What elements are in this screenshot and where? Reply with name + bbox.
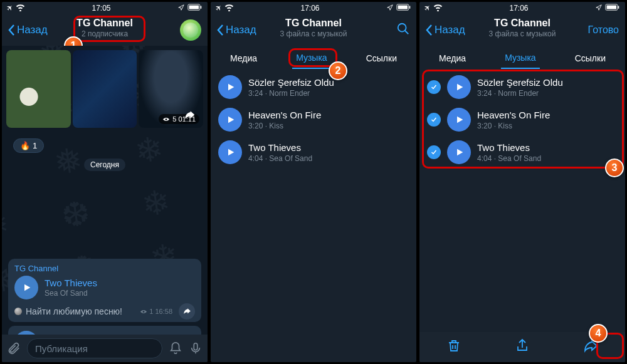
play-button[interactable]: [447, 140, 471, 164]
notification-toggle[interactable]: [169, 341, 182, 355]
tab-music[interactable]: Музыка: [292, 53, 331, 69]
message-channel: TG Channel: [14, 264, 195, 273]
message[interactable]: TG Channel Two ThievesSea Of Sand Найти …: [8, 259, 201, 322]
back-button[interactable]: Назад: [217, 24, 256, 36]
media-gallery[interactable]: 5 01:11: [4, 48, 205, 130]
battery-icon: [396, 4, 411, 13]
music-row[interactable]: Two Thieves4:04 · Sea Of Sand: [419, 136, 625, 169]
track-meta: 3:20 · Kiss: [248, 122, 321, 130]
svg-rect-3: [194, 343, 198, 350]
location-icon: [177, 4, 185, 13]
svg-rect-9: [607, 5, 616, 9]
media-thumb[interactable]: [73, 50, 137, 128]
airplane-icon: ✈: [214, 3, 224, 14]
play-button[interactable]: [14, 276, 38, 299]
location-icon: [386, 4, 394, 13]
message[interactable]: Heaven's On FireKiss Найти любимую песню…: [8, 326, 201, 335]
music-list: Sözler Şerefsiz Oldu3:24 · Norm Ender He…: [211, 71, 416, 169]
track-title: Heaven's On Fire: [248, 110, 321, 120]
callout-badge-4: 4: [589, 324, 608, 343]
delete-button[interactable]: [446, 338, 461, 356]
screen-channel-chat: ✈ 17:05 Назад TG Channel 2 подписчика 1: [2, 2, 208, 362]
music-row[interactable]: Heaven's On Fire3:20 · Kiss: [211, 103, 416, 136]
tab-links[interactable]: Ссылки: [571, 53, 609, 63]
status-bar: ✈ 17:06: [211, 2, 416, 14]
back-label: Назад: [435, 24, 465, 36]
compose-input[interactable]: Публикация: [27, 338, 162, 358]
date-separator: Сегодня: [2, 159, 208, 170]
tab-media[interactable]: Медиа: [435, 53, 470, 63]
media-tabs: Медиа Музыка Ссылки: [211, 46, 416, 71]
tab-media[interactable]: Медиа: [226, 53, 261, 63]
music-row[interactable]: Two Thieves4:04 · Sea Of Sand: [211, 136, 416, 169]
reaction-fire[interactable]: 🔥 1: [13, 138, 44, 153]
music-row[interactable]: Sözler Şerefsiz Oldu3:24 · Norm Ender: [419, 71, 625, 103]
wifi-icon: [16, 4, 25, 13]
screen-music-list: ✈ 17:06 Назад TG Channel3 файла с музыко…: [211, 2, 416, 362]
status-bar: ✈ 17:05: [2, 2, 208, 14]
channel-avatar[interactable]: [180, 19, 201, 41]
music-list-selectable: Sözler Şerefsiz Oldu3:24 · Norm Ender He…: [419, 71, 625, 169]
callout-badge-3: 3: [605, 159, 624, 177]
track-title: Heaven's On Fire: [477, 110, 550, 120]
back-button[interactable]: Назад: [426, 24, 465, 36]
media-tabs: Медиа Музыка Ссылки: [419, 46, 625, 71]
airplane-icon: ✈: [5, 3, 16, 14]
attach-button[interactable]: [7, 341, 21, 355]
chat-area: 5 01:11 🔥 1 Сегодня TG Channel Two Thiev…: [2, 46, 208, 335]
music-row[interactable]: Sözler Şerefsiz Oldu3:24 · Norm Ender: [211, 71, 416, 103]
track-title: Two Thieves: [248, 142, 312, 153]
location-icon: [595, 4, 603, 13]
tab-music[interactable]: Музыка: [501, 53, 540, 69]
svg-rect-6: [409, 6, 411, 8]
nav-bar: Назад TG Channel3 файла с музыкой Готово: [419, 14, 625, 46]
message-caption: Найти любимую песню!: [26, 306, 122, 316]
status-time: 17:05: [92, 4, 110, 13]
track-title: Two Thieves: [45, 278, 97, 288]
search-button[interactable]: [396, 22, 410, 38]
share-sheet-button[interactable]: [515, 338, 530, 356]
track-meta: 3:20 · Kiss: [477, 122, 550, 130]
nav-bar: Назад TG Channel 2 подписчика: [2, 14, 208, 46]
status-time: 17:06: [509, 4, 528, 13]
back-button[interactable]: Назад: [8, 24, 48, 36]
svg-point-7: [398, 24, 406, 32]
play-button[interactable]: [218, 140, 242, 164]
checkbox-checked[interactable]: [427, 145, 441, 159]
track-artist: Sea Of Sand: [45, 289, 97, 298]
mic-button[interactable]: [189, 341, 203, 355]
track-meta: 3:24 · Norm Ender: [248, 89, 334, 98]
svg-rect-5: [398, 5, 408, 9]
screen-music-select: ✈ 17:06 Назад TG Channel3 файла с музыко…: [419, 2, 625, 362]
track-title: Sözler Şerefsiz Oldu: [477, 77, 563, 88]
play-button[interactable]: [447, 75, 471, 99]
svg-rect-2: [201, 6, 202, 8]
wifi-icon: [433, 4, 443, 13]
checkbox-checked[interactable]: [427, 80, 441, 94]
back-label: Назад: [17, 24, 48, 36]
track-meta: 3:24 · Norm Ender: [477, 89, 563, 98]
track-title: Two Thieves: [477, 142, 541, 153]
nav-bar: Назад TG Channel3 файла с музыкой: [211, 14, 416, 46]
status-time: 17:06: [300, 4, 319, 13]
battery-icon: [187, 4, 203, 13]
checkbox-checked[interactable]: [427, 113, 441, 127]
callout-badge-2: 2: [329, 61, 347, 80]
play-button[interactable]: [447, 108, 471, 132]
track-meta: 4:04 · Sea Of Sand: [477, 154, 541, 163]
play-button[interactable]: [218, 75, 242, 99]
track-meta: 4:04 · Sea Of Sand: [248, 154, 312, 163]
done-button[interactable]: Готово: [588, 24, 619, 36]
svg-rect-10: [618, 6, 619, 8]
battery-icon: [605, 4, 620, 13]
wifi-icon: [224, 4, 234, 13]
music-row[interactable]: Heaven's On Fire3:20 · Kiss: [419, 103, 625, 136]
share-button[interactable]: [179, 303, 195, 320]
media-thumb[interactable]: [6, 50, 71, 128]
message-meta: 116:58: [140, 308, 172, 315]
compose-bar: Публикация: [2, 335, 208, 362]
play-button[interactable]: [218, 108, 242, 132]
track-title: Sözler Şerefsiz Oldu: [248, 77, 334, 88]
share-media-button[interactable]: [180, 106, 199, 125]
tab-links[interactable]: Ссылки: [362, 53, 401, 63]
